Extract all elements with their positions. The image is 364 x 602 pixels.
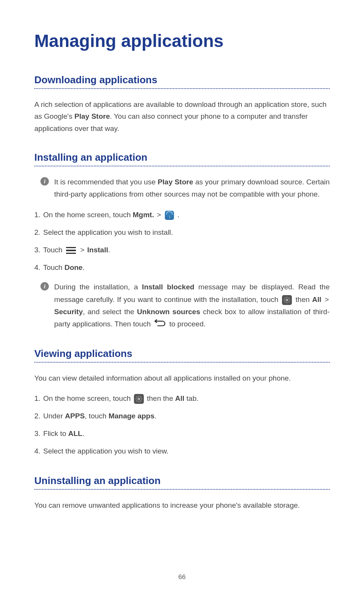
step-2: 2. Select the application you wish to in… — [34, 226, 330, 239]
step-3: 3. Touch > Install. — [34, 244, 330, 257]
svg-point-0 — [286, 299, 288, 301]
text: . — [155, 412, 156, 420]
info-text: During the installation, a Install block… — [54, 281, 330, 331]
all-label: All — [312, 295, 321, 303]
text: then the — [145, 394, 175, 402]
section-heading-downloading: Downloading applications — [34, 74, 330, 86]
text: to proceed. — [169, 320, 206, 328]
page-number: 66 — [0, 573, 364, 581]
install-label: Install — [87, 246, 108, 254]
manage-apps-label: Manage apps — [108, 412, 154, 420]
divider — [34, 88, 330, 89]
text: Touch — [43, 263, 64, 271]
section-heading-installing: Installing an application — [34, 152, 330, 163]
settings-icon — [282, 295, 292, 305]
text: Flick to — [43, 429, 68, 437]
viewing-body: You can view detailed information about … — [34, 372, 330, 384]
step-4: 4. Select the application you wish to vi… — [34, 445, 330, 458]
step-number: 2. — [34, 410, 41, 423]
step-2: 2. Under APPS, touch Manage apps. — [34, 410, 330, 423]
section-heading-viewing: Viewing applications — [34, 348, 330, 360]
settings-icon — [134, 394, 144, 404]
text: Select the application you wish to insta… — [43, 228, 173, 236]
menu-icon — [66, 247, 76, 254]
all-tab-label: All — [175, 394, 184, 402]
divider — [34, 489, 330, 490]
step-3: 3. Flick to ALL. — [34, 427, 330, 440]
done-label: Done — [64, 263, 83, 271]
chevron-text: > — [325, 295, 329, 303]
info-icon: i — [40, 282, 49, 291]
text: It is recommended that you use — [54, 178, 158, 186]
play-store-label: Play Store — [158, 178, 193, 186]
downloading-body: A rich selection of applications are ava… — [34, 98, 330, 134]
svg-point-1 — [138, 398, 140, 400]
divider — [34, 166, 330, 166]
step-4: 4. Touch Done. — [34, 261, 330, 274]
step-number: 4. — [34, 445, 41, 458]
text: Under — [43, 412, 65, 420]
text: . — [82, 263, 84, 271]
text: , touch — [85, 412, 108, 420]
info-note: i During the installation, a Install blo… — [34, 281, 330, 331]
text: During the installation, a — [54, 283, 142, 291]
info-note: i It is recommended that you use Play St… — [34, 176, 330, 201]
step-number: 3. — [34, 427, 41, 440]
app-installer-icon — [165, 211, 174, 220]
unknown-sources-label: Unknown sources — [137, 308, 200, 316]
step-number: 3. — [34, 244, 41, 257]
text: Select the application you wish to view. — [43, 447, 168, 455]
all-label: ALL — [68, 429, 82, 437]
chevron-text: > — [157, 211, 161, 219]
step-number: 4. — [34, 261, 41, 274]
install-blocked-label: Install blocked — [142, 283, 194, 291]
divider — [34, 362, 330, 363]
info-icon: i — [40, 177, 49, 186]
step-1: 1. On the home screen, touch then the Al… — [34, 392, 330, 405]
step-number: 1. — [34, 208, 41, 221]
text: On the home screen, touch — [43, 211, 132, 219]
chevron-text: > — [80, 246, 84, 254]
text: On the home screen, touch — [43, 394, 132, 402]
text: Touch — [43, 246, 64, 254]
apps-label: APPS — [65, 412, 85, 420]
text: . — [175, 211, 179, 219]
security-label: Security — [54, 308, 83, 316]
section-heading-uninstalling: Uninstalling an application — [34, 475, 330, 487]
step-1: 1. On the home screen, touch Mgmt. > . — [34, 208, 330, 221]
text: . — [82, 429, 84, 437]
text: . — [108, 246, 110, 254]
text: tab. — [184, 394, 198, 402]
back-icon — [154, 318, 166, 331]
text: then — [293, 295, 312, 303]
play-store-label: Play Store — [74, 112, 110, 120]
text: , and select the — [83, 308, 137, 316]
step-number: 2. — [34, 226, 41, 239]
info-text: It is recommended that you use Play Stor… — [54, 176, 330, 201]
uninstalling-body: You can remove unwanted applications to … — [34, 499, 330, 511]
step-number: 1. — [34, 392, 41, 405]
page-title: Managing applications — [34, 31, 330, 51]
mgmt-label: Mgmt. — [133, 211, 154, 219]
